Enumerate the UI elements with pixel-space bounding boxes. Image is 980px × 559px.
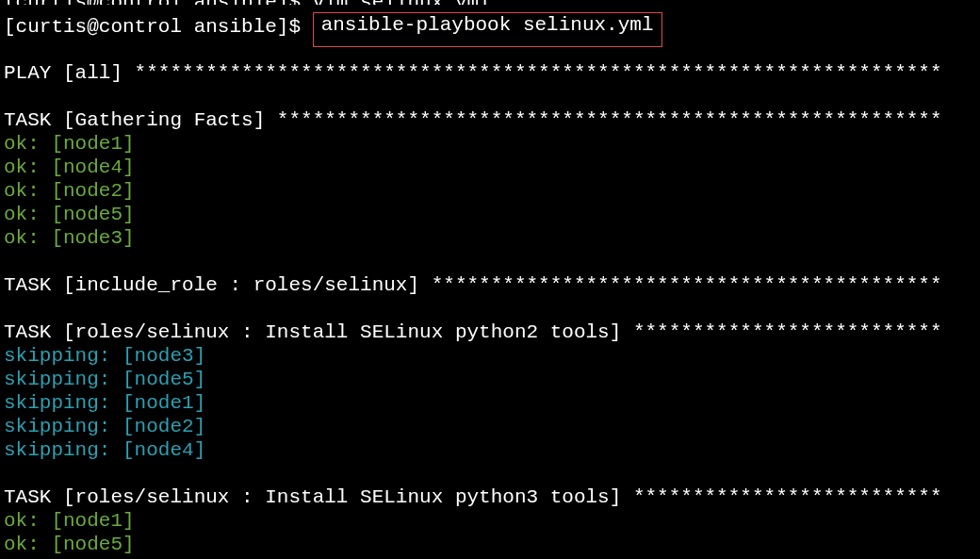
task-gathering-facts: TASK [Gathering Facts] *****************… (4, 108, 976, 132)
blank-line (4, 462, 976, 485)
play-header: PLAY [all] *****************************… (4, 61, 976, 85)
terminal-prompt-line[interactable]: [curtis@control ansible]$ ansible-playbo… (4, 14, 976, 38)
ok-result: ok: [node5] (4, 533, 976, 556)
skipping-result: skipping: [node2] (4, 415, 976, 438)
ok-result: ok: [node1] (4, 132, 976, 156)
prev-command-fragment: [curtis@control ansible]$ vim selinux.ym… (4, 0, 491, 5)
ok-result: ok: [node3] (4, 226, 976, 250)
skipping-result: skipping: [node5] (4, 368, 976, 391)
skipping-result: skipping: [node4] (4, 438, 976, 462)
shell-prompt: [curtis@control ansible]$ (4, 16, 313, 38)
blank-line (4, 85, 976, 108)
blank-line (4, 250, 976, 273)
ok-result: ok: [node2] (4, 179, 976, 203)
skipping-result: skipping: [node1] (4, 391, 976, 415)
ok-result: ok: [node5] (4, 203, 976, 226)
task-include-role: TASK [include_role : roles/selinux] ****… (4, 273, 976, 297)
ok-result: ok: [node4] (4, 156, 976, 179)
task-install-py3: TASK [roles/selinux : Install SELinux py… (4, 485, 976, 509)
command-text: ansible-playbook selinux.yml (321, 14, 654, 36)
command-highlight-box: ansible-playbook selinux.yml (313, 12, 662, 47)
terminal-line-truncated: [curtis@control ansible]$ vim selinux.ym… (4, 0, 976, 5)
skipping-result: skipping: [node3] (4, 344, 976, 368)
task-install-py2: TASK [roles/selinux : Install SELinux py… (4, 321, 976, 344)
ok-result: ok: [node1] (4, 509, 976, 533)
blank-line (4, 297, 976, 321)
